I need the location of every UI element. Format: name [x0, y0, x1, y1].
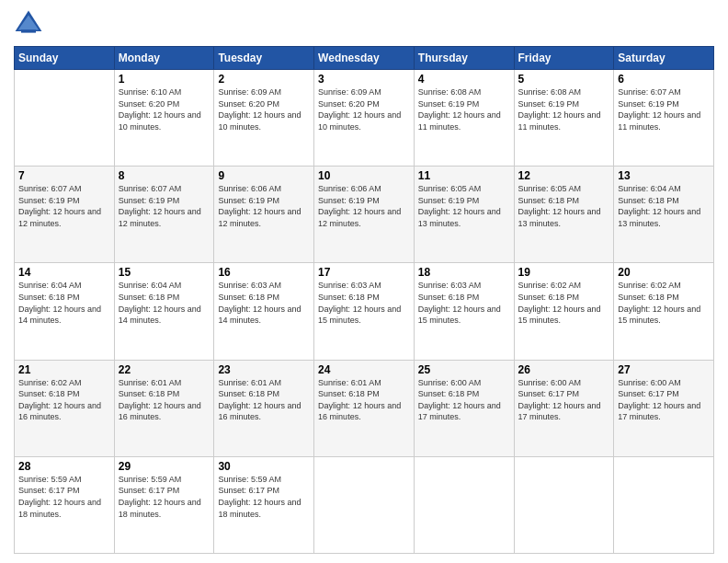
day-header-thursday: Thursday [414, 47, 514, 70]
day-info: Sunrise: 6:04 AMSunset: 6:18 PMDaylight:… [618, 183, 710, 229]
day-number: 9 [218, 169, 310, 182]
day-info: Sunrise: 6:00 AMSunset: 6:18 PMDaylight:… [418, 377, 510, 423]
calendar-cell [314, 456, 415, 553]
calendar-cell: 9Sunrise: 6:06 AMSunset: 6:19 PMDaylight… [214, 167, 314, 263]
day-info: Sunrise: 6:01 AMSunset: 6:18 PMDaylight:… [318, 377, 410, 423]
day-info: Sunrise: 6:00 AMSunset: 6:17 PMDaylight:… [618, 377, 710, 423]
calendar-table: SundayMondayTuesdayWednesdayThursdayFrid… [14, 46, 714, 554]
day-number: 7 [18, 169, 110, 182]
day-number: 4 [418, 73, 510, 86]
calendar-cell: 25Sunrise: 6:00 AMSunset: 6:18 PMDayligh… [414, 360, 514, 456]
calendar-cell: 4Sunrise: 6:08 AMSunset: 6:19 PMDaylight… [414, 70, 514, 167]
calendar-cell: 26Sunrise: 6:00 AMSunset: 6:17 PMDayligh… [514, 360, 614, 456]
logo [14, 9, 47, 39]
calendar-cell: 13Sunrise: 6:04 AMSunset: 6:18 PMDayligh… [614, 167, 714, 263]
calendar-cell: 2Sunrise: 6:09 AMSunset: 6:20 PMDaylight… [214, 70, 314, 167]
day-number: 19 [518, 266, 610, 279]
day-info: Sunrise: 6:08 AMSunset: 6:19 PMDaylight:… [518, 86, 610, 132]
calendar-cell: 7Sunrise: 6:07 AMSunset: 6:19 PMDaylight… [15, 167, 115, 263]
calendar-cell: 23Sunrise: 6:01 AMSunset: 6:18 PMDayligh… [214, 360, 314, 456]
calendar-cell: 14Sunrise: 6:04 AMSunset: 6:18 PMDayligh… [15, 263, 115, 360]
day-info: Sunrise: 6:02 AMSunset: 6:18 PMDaylight:… [18, 377, 110, 423]
day-number: 8 [119, 169, 210, 182]
day-number: 18 [418, 266, 510, 279]
calendar-cell: 21Sunrise: 6:02 AMSunset: 6:18 PMDayligh… [15, 360, 115, 456]
day-info: Sunrise: 5:59 AMSunset: 6:17 PMDaylight:… [218, 474, 310, 520]
day-info: Sunrise: 6:04 AMSunset: 6:18 PMDaylight:… [119, 280, 210, 326]
calendar-cell: 15Sunrise: 6:04 AMSunset: 6:18 PMDayligh… [114, 263, 214, 360]
day-number: 14 [18, 266, 110, 279]
day-number: 13 [618, 169, 710, 182]
day-info: Sunrise: 6:03 AMSunset: 6:18 PMDaylight:… [318, 280, 410, 326]
day-info: Sunrise: 6:05 AMSunset: 6:19 PMDaylight:… [418, 183, 510, 229]
header [14, 9, 714, 39]
day-number: 17 [318, 266, 410, 279]
calendar-cell: 27Sunrise: 6:00 AMSunset: 6:17 PMDayligh… [614, 360, 714, 456]
day-header-monday: Monday [114, 47, 214, 70]
day-info: Sunrise: 6:00 AMSunset: 6:17 PMDaylight:… [518, 377, 610, 423]
day-info: Sunrise: 6:06 AMSunset: 6:19 PMDaylight:… [318, 183, 410, 229]
day-number: 5 [518, 73, 610, 86]
day-info: Sunrise: 6:03 AMSunset: 6:18 PMDaylight:… [218, 280, 310, 326]
day-info: Sunrise: 6:05 AMSunset: 6:18 PMDaylight:… [518, 183, 610, 229]
day-number: 24 [318, 363, 410, 376]
day-number: 16 [218, 266, 310, 279]
day-number: 28 [18, 460, 110, 473]
calendar-cell: 8Sunrise: 6:07 AMSunset: 6:19 PMDaylight… [114, 167, 214, 263]
calendar-cell [514, 456, 614, 553]
day-header-tuesday: Tuesday [214, 47, 314, 70]
day-info: Sunrise: 6:10 AMSunset: 6:20 PMDaylight:… [119, 86, 210, 132]
calendar-cell: 3Sunrise: 6:09 AMSunset: 6:20 PMDaylight… [314, 70, 415, 167]
day-number: 2 [218, 73, 310, 86]
calendar-cell: 10Sunrise: 6:06 AMSunset: 6:19 PMDayligh… [314, 167, 415, 263]
calendar-cell [15, 70, 115, 167]
day-info: Sunrise: 6:07 AMSunset: 6:19 PMDaylight:… [18, 183, 110, 229]
day-header-wednesday: Wednesday [314, 47, 415, 70]
day-number: 25 [418, 363, 510, 376]
header-row: SundayMondayTuesdayWednesdayThursdayFrid… [15, 47, 714, 70]
page: SundayMondayTuesdayWednesdayThursdayFrid… [0, 0, 728, 563]
day-number: 1 [119, 73, 210, 86]
day-info: Sunrise: 6:09 AMSunset: 6:20 PMDaylight:… [218, 86, 310, 132]
day-number: 26 [518, 363, 610, 376]
week-row-0: 1Sunrise: 6:10 AMSunset: 6:20 PMDaylight… [15, 70, 714, 167]
day-info: Sunrise: 6:04 AMSunset: 6:18 PMDaylight:… [18, 280, 110, 326]
day-number: 22 [119, 363, 210, 376]
day-number: 30 [218, 460, 310, 473]
calendar-cell: 12Sunrise: 6:05 AMSunset: 6:18 PMDayligh… [514, 167, 614, 263]
week-row-2: 14Sunrise: 6:04 AMSunset: 6:18 PMDayligh… [15, 263, 714, 360]
calendar-cell: 22Sunrise: 6:01 AMSunset: 6:18 PMDayligh… [114, 360, 214, 456]
calendar-cell [614, 456, 714, 553]
day-number: 15 [119, 266, 210, 279]
calendar-cell: 5Sunrise: 6:08 AMSunset: 6:19 PMDaylight… [514, 70, 614, 167]
week-row-1: 7Sunrise: 6:07 AMSunset: 6:19 PMDaylight… [15, 167, 714, 263]
day-info: Sunrise: 5:59 AMSunset: 6:17 PMDaylight:… [18, 474, 110, 520]
day-info: Sunrise: 6:06 AMSunset: 6:19 PMDaylight:… [218, 183, 310, 229]
calendar-cell: 6Sunrise: 6:07 AMSunset: 6:19 PMDaylight… [614, 70, 714, 167]
calendar-cell: 20Sunrise: 6:02 AMSunset: 6:18 PMDayligh… [614, 263, 714, 360]
day-number: 27 [618, 363, 710, 376]
day-info: Sunrise: 6:02 AMSunset: 6:18 PMDaylight:… [518, 280, 610, 326]
day-number: 29 [119, 460, 210, 473]
day-info: Sunrise: 6:01 AMSunset: 6:18 PMDaylight:… [119, 377, 210, 423]
day-header-friday: Friday [514, 47, 614, 70]
svg-rect-2 [21, 29, 36, 32]
day-info: Sunrise: 5:59 AMSunset: 6:17 PMDaylight:… [119, 474, 210, 520]
calendar-cell: 1Sunrise: 6:10 AMSunset: 6:20 PMDaylight… [114, 70, 214, 167]
day-number: 3 [318, 73, 410, 86]
day-number: 6 [618, 73, 710, 86]
calendar-cell: 28Sunrise: 5:59 AMSunset: 6:17 PMDayligh… [15, 456, 115, 553]
day-header-saturday: Saturday [614, 47, 714, 70]
day-number: 11 [418, 169, 510, 182]
calendar-cell: 19Sunrise: 6:02 AMSunset: 6:18 PMDayligh… [514, 263, 614, 360]
day-number: 23 [218, 363, 310, 376]
calendar-cell: 30Sunrise: 5:59 AMSunset: 6:17 PMDayligh… [214, 456, 314, 553]
week-row-3: 21Sunrise: 6:02 AMSunset: 6:18 PMDayligh… [15, 360, 714, 456]
calendar-cell: 24Sunrise: 6:01 AMSunset: 6:18 PMDayligh… [314, 360, 415, 456]
day-info: Sunrise: 6:08 AMSunset: 6:19 PMDaylight:… [418, 86, 510, 132]
logo-icon [14, 9, 43, 39]
calendar-cell: 11Sunrise: 6:05 AMSunset: 6:19 PMDayligh… [414, 167, 514, 263]
calendar-cell: 29Sunrise: 5:59 AMSunset: 6:17 PMDayligh… [114, 456, 214, 553]
day-info: Sunrise: 6:02 AMSunset: 6:18 PMDaylight:… [618, 280, 710, 326]
day-info: Sunrise: 6:07 AMSunset: 6:19 PMDaylight:… [618, 86, 710, 132]
